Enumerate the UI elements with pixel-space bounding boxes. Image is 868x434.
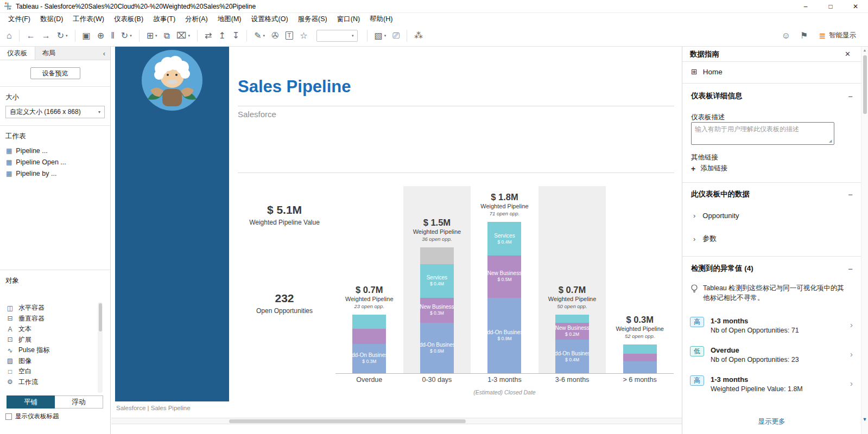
bar-segment-services[interactable]: [623, 344, 657, 354]
expander-parameters[interactable]: › 参数: [693, 234, 717, 244]
outlier-card[interactable]: 高1-3 monthsWeighted Pipeline Value: 1.8M…: [690, 375, 853, 393]
sort-descending-icon[interactable]: ↧: [229, 28, 243, 43]
outlier-card[interactable]: 高1-3 monthsNb of Open Opportunities: 71›: [690, 317, 853, 334]
bar-segment-add-on-business[interactable]: Add-On Business$ 0.6M: [420, 323, 454, 373]
object-item-text[interactable]: A文本: [0, 324, 102, 335]
show-more-link[interactable]: 显示更多: [682, 417, 861, 426]
bar-segment-new-business[interactable]: [623, 354, 657, 361]
sort-ascending-icon[interactable]: ↥: [215, 28, 229, 43]
menu-item[interactable]: 地图(M): [213, 15, 246, 24]
device-preview-button[interactable]: 设备预览: [30, 67, 80, 79]
object-item-blank[interactable]: □空白: [0, 366, 102, 377]
section-dashboard-details[interactable]: 仪表板详细信息 −: [691, 91, 853, 101]
bar-segment-add-on-business[interactable]: Add-On Business$ 0.9M: [487, 298, 521, 374]
menu-item[interactable]: 仪表板(B): [109, 15, 148, 24]
bar-segment-services[interactable]: Services$ 0.4M: [420, 264, 454, 298]
share-icon[interactable]: ⁂: [411, 28, 426, 43]
sheet-item[interactable]: ▦Pipeline Open ...: [0, 156, 110, 168]
highlight-icon[interactable]: ✎▾: [251, 28, 268, 43]
menu-item[interactable]: 故事(T): [148, 15, 180, 24]
floating-button[interactable]: 浮动: [55, 395, 103, 409]
bar-segment-new-business[interactable]: New Business$ 0.5M: [487, 256, 521, 298]
bar-segment-services[interactable]: [555, 315, 589, 323]
menu-item[interactable]: 数据(D): [35, 15, 68, 24]
collapse-panel-icon[interactable]: ‹: [98, 47, 110, 60]
menu-item[interactable]: 设置格式(O): [246, 15, 293, 24]
object-item-horizontal-container[interactable]: ◫水平容器: [0, 303, 102, 314]
scroll-down-icon[interactable]: ▼: [861, 417, 868, 422]
menu-item[interactable]: 工作表(W): [68, 15, 109, 24]
back-icon[interactable]: ←: [23, 28, 39, 43]
run-update-icon[interactable]: ↻▾: [118, 28, 135, 43]
bar-segment-add-on-business[interactable]: Add-On Business$ 0.3M: [352, 344, 386, 373]
save-icon[interactable]: ▣: [79, 28, 94, 43]
data-guide-home[interactable]: ⊞ Home: [691, 67, 723, 76]
text-label-icon[interactable]: T: [282, 28, 297, 43]
bar-segment-services[interactable]: [352, 315, 386, 329]
object-item-image[interactable]: ▨图像: [0, 356, 102, 367]
bar-segment-add-on-business[interactable]: [623, 361, 657, 373]
menu-item[interactable]: 分析(A): [180, 15, 213, 24]
collapse-section-icon[interactable]: −: [848, 264, 853, 273]
minimize-button[interactable]: –: [793, 0, 818, 12]
vertical-scrollbar[interactable]: ▲ ▼: [861, 47, 868, 434]
bar-segment-new-business[interactable]: New Business$ 0.3M: [420, 298, 454, 323]
device-designer-icon[interactable]: ⚑: [797, 28, 811, 43]
expander-opportunity[interactable]: › Opportunity: [693, 212, 739, 220]
menu-item[interactable]: 帮助(H): [365, 15, 397, 24]
sheet-item[interactable]: ▦Pipeline ...: [0, 145, 110, 156]
sheet-item[interactable]: ▦Pipeline by ...: [0, 168, 110, 179]
add-data-source-icon[interactable]: ⊕: [94, 28, 107, 43]
chart-axis: Overdue0-30 days1-3 months3-6 months> 6 …: [335, 373, 674, 384]
show-me-button[interactable]: ≣ 智能显示: [814, 29, 860, 42]
forward-icon[interactable]: →: [39, 28, 54, 43]
size-dropdown[interactable]: 自定义大小 (1666 x 868) ▾: [5, 106, 105, 118]
horizontal-scrollbar[interactable]: [111, 418, 682, 424]
clear-sheet-icon[interactable]: ⌧▾: [173, 28, 193, 43]
add-link-button[interactable]: + 添加链接: [691, 164, 727, 173]
show-dashboard-title-checkbox[interactable]: [5, 413, 12, 420]
section-data-in-dashboard[interactable]: 此仪表板中的数据 −: [691, 189, 853, 199]
bar-segment-other[interactable]: [420, 247, 454, 264]
section-detected-outliers[interactable]: 检测到的异常值 (4) −: [691, 264, 853, 273]
object-item-vertical-container[interactable]: ⊟垂直容器: [0, 314, 102, 324]
presentation-mode-icon[interactable]: ⎚: [389, 28, 403, 43]
tab-layout[interactable]: 布局: [35, 47, 63, 60]
close-button[interactable]: ✕: [843, 0, 868, 12]
menu-item[interactable]: 窗口(N): [332, 15, 365, 24]
menu-item[interactable]: 服务器(S): [293, 15, 332, 24]
outlier-card[interactable]: 低OverdueNb of Open Opportunities: 23›: [690, 346, 853, 363]
bar-segment-new-business[interactable]: New Business$ 0.2M: [555, 323, 589, 340]
tab-dashboard[interactable]: 仪表板: [0, 47, 35, 60]
assistant-icon[interactable]: ☺: [778, 28, 794, 43]
scrollbar-thumb[interactable]: [99, 303, 102, 331]
home-icon[interactable]: ⌂: [3, 28, 15, 43]
redo-icon[interactable]: ↻▾: [54, 28, 71, 43]
pause-auto-updates-icon[interactable]: ‖: [107, 28, 118, 43]
scrollbar-thumb[interactable]: [863, 55, 867, 114]
swap-rows-columns-icon[interactable]: ⇄: [201, 28, 215, 43]
show-mark-labels-icon[interactable]: ▧▾: [371, 28, 390, 43]
resize-corner-icon[interactable]: ◢: [829, 139, 832, 143]
bar-segment-services[interactable]: Services$ 0.4M: [487, 222, 521, 256]
duplicate-sheet-icon[interactable]: ⧉: [161, 28, 173, 43]
tiled-button[interactable]: 平铺: [7, 395, 55, 409]
dashboard-description-input[interactable]: [691, 122, 834, 145]
object-item-extension[interactable]: ⊡扩展: [0, 335, 102, 346]
collapse-section-icon[interactable]: −: [848, 92, 853, 101]
menu-item[interactable]: 文件(F): [3, 15, 35, 24]
object-item-workflow[interactable]: ⚙工作流: [0, 377, 102, 388]
group-members-icon[interactable]: ✇: [268, 28, 282, 43]
scrollbar-thumb[interactable]: [229, 419, 466, 423]
bar-segment-add-on-business[interactable]: Add-On Business$ 0.4M: [555, 340, 589, 373]
show-hide-cards-icon[interactable]: ☆: [296, 28, 311, 43]
objects-scrollbar[interactable]: [98, 302, 103, 393]
collapse-section-icon[interactable]: −: [848, 190, 853, 199]
scroll-up-icon[interactable]: ▲: [861, 48, 868, 52]
object-item-pulse-metric[interactable]: ∿Pulse 指标: [0, 345, 102, 356]
maximize-button[interactable]: □: [818, 0, 843, 12]
new-worksheet-icon[interactable]: ⊞▾: [143, 28, 161, 43]
close-icon[interactable]: ✕: [845, 50, 851, 58]
bar-segment-new-business[interactable]: [352, 329, 386, 344]
fit-selector[interactable]: ▾: [316, 30, 358, 42]
